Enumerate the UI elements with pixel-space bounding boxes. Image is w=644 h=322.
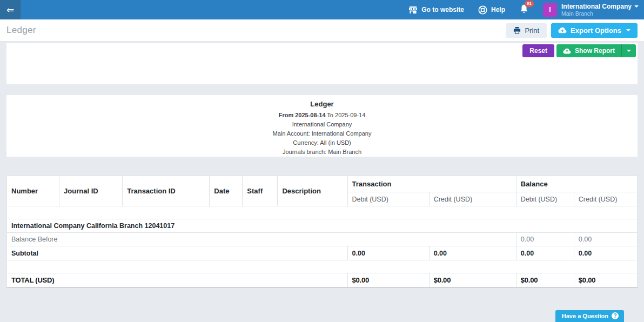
reset-button[interactable]: Reset	[522, 44, 554, 57]
total-transaction-credit: $0.00	[429, 273, 516, 287]
balance-before-debit: 0.00	[516, 233, 574, 246]
total-balance-credit: $0.00	[574, 273, 637, 287]
total-label: TOTAL (USD)	[7, 273, 348, 287]
col-header-transaction-id: Transaction ID	[123, 176, 210, 206]
show-report-label: Show Report	[575, 47, 615, 55]
life-ring-icon	[478, 5, 487, 15]
col-header-number: Number	[7, 176, 59, 206]
report-main-account: Main Account: International Company	[6, 129, 638, 138]
report-journals-branch: Journals branch: Main Branch	[6, 147, 638, 157]
page-header: Ledger Print Export Options	[0, 19, 644, 42]
company-name: International Company	[561, 3, 632, 10]
go-to-website-link[interactable]: Go to website	[408, 6, 464, 14]
balance-before-label: Balance Before	[7, 233, 516, 246]
have-a-question-button[interactable]: Have a Question ?	[555, 310, 624, 322]
ledger-table-card: Number Journal ID Transaction ID Date St…	[6, 176, 638, 288]
report-currency: Currency: All (in USD)	[6, 138, 638, 147]
table-row-total: TOTAL (USD) $0.00 $0.00 $0.00 $0.00	[7, 273, 638, 287]
chevron-down-icon	[626, 29, 630, 31]
go-to-website-label: Go to website	[421, 6, 464, 14]
report-header: Ledger From 2025-08-14 To 2025-09-14 Int…	[6, 95, 638, 157]
ledger-table: Number Journal ID Transaction ID Date St…	[6, 176, 638, 288]
col-header-balance-debit: Debit (USD)	[516, 192, 574, 206]
report-company: International Company	[6, 120, 638, 129]
col-header-staff: Staff	[243, 176, 278, 206]
chevron-down-icon	[634, 5, 639, 8]
top-navbar: ⇐ Go to website Help	[0, 0, 644, 19]
user-menu[interactable]: I International Company Main Branch	[543, 3, 639, 17]
back-arrow-icon: ⇐	[6, 5, 14, 15]
help-label: Help	[491, 6, 505, 14]
total-transaction-debit: $0.00	[347, 273, 429, 287]
notification-badge: 91	[525, 1, 534, 7]
subtotal-transaction-debit: 0.00	[347, 246, 429, 260]
chevron-down-icon	[627, 50, 631, 52]
subtotal-balance-debit: 0.00	[516, 246, 574, 260]
balance-before-credit: 0.00	[574, 233, 637, 246]
export-options-button[interactable]: Export Options	[551, 23, 638, 38]
storefront-icon	[408, 6, 418, 14]
table-row-subtotal: Subtotal 0.00 0.00 0.00 0.00	[7, 246, 638, 260]
show-report-button[interactable]: Show Report	[556, 44, 621, 57]
printer-icon	[513, 27, 521, 34]
col-header-transaction-debit: Debit (USD)	[347, 192, 429, 206]
help-link[interactable]: Help	[478, 5, 505, 15]
report-date-range: From 2025-08-14 To 2025-09-14	[6, 111, 638, 120]
empty-cell	[7, 260, 638, 273]
col-group-transaction: Transaction	[347, 176, 516, 192]
empty-cell	[7, 206, 638, 219]
question-circle-icon: ?	[612, 312, 619, 319]
print-button[interactable]: Print	[506, 23, 547, 38]
report-title: Ledger	[6, 100, 638, 108]
report-date-to: To 2025-09-14	[327, 112, 365, 118]
navbar-spacer	[21, 0, 408, 19]
page-title: Ledger	[6, 25, 36, 36]
back-button[interactable]: ⇐	[0, 0, 21, 19]
col-header-journal-id: Journal ID	[59, 176, 123, 206]
col-group-balance: Balance	[516, 176, 637, 192]
col-header-description: Description	[278, 176, 347, 206]
print-label: Print	[525, 26, 539, 35]
account-group-label: International Company California Branch …	[7, 219, 638, 233]
col-header-transaction-credit: Credit (USD)	[429, 192, 516, 206]
cloud-upload-icon	[563, 48, 571, 54]
branch-name: Main Branch	[561, 10, 639, 17]
notifications-button[interactable]: 91	[519, 4, 529, 16]
show-report-dropdown-button[interactable]	[621, 44, 636, 57]
total-balance-debit: $0.00	[516, 273, 574, 287]
table-row-empty	[7, 206, 638, 219]
col-header-balance-credit: Credit (USD)	[574, 192, 637, 206]
report-date-from: From 2025-08-14	[279, 112, 326, 118]
avatar: I	[543, 3, 557, 17]
table-row-empty	[7, 260, 638, 273]
col-header-date: Date	[210, 176, 243, 206]
export-options-label: Export Options	[571, 26, 621, 35]
table-row-balance-before: Balance Before 0.00 0.00	[7, 233, 638, 246]
subtotal-label: Subtotal	[7, 246, 348, 260]
filter-panel: Reset Show Report	[6, 43, 638, 84]
subtotal-balance-credit: 0.00	[574, 246, 637, 260]
table-row-account-group: International Company California Branch …	[7, 219, 638, 233]
subtotal-transaction-credit: 0.00	[429, 246, 516, 260]
cloud-download-icon	[558, 27, 567, 33]
have-a-question-label: Have a Question	[562, 313, 608, 319]
